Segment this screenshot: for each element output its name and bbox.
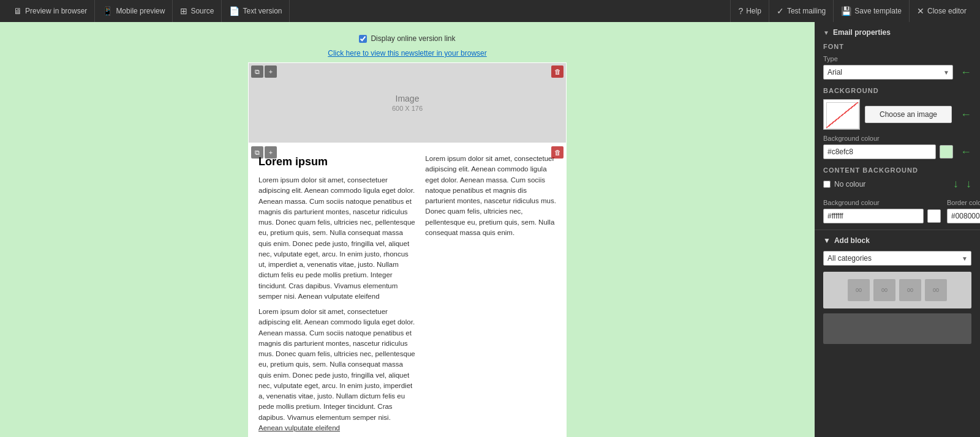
email-body: ⧉ + 🗑 Image 600 X 176 ⧉ + 🗑 Lorem bbox=[248, 62, 567, 437]
newsletter-link-container: Click here to view this newsletter in yo… bbox=[328, 49, 486, 58]
email-properties-section: ▼ Email properties FONT Type Arial Georg… bbox=[815, 22, 980, 230]
bg-preview-line bbox=[826, 102, 858, 128]
add-block-title: Add block bbox=[834, 236, 870, 245]
content-bg-colour-col: Background colour bbox=[823, 194, 941, 223]
image-block-copy-btn[interactable]: ⧉ bbox=[251, 65, 263, 78]
font-section: FONT Type Arial Georgia Verdana ▼ ← bbox=[823, 43, 971, 80]
add-block-collapse-icon: ▼ bbox=[823, 236, 831, 245]
test-mailing-label: Test mailing bbox=[787, 7, 826, 15]
content-bg-down-arrow1: ↓ bbox=[953, 177, 959, 190]
save-icon: 💾 bbox=[841, 6, 851, 16]
preview-box-2: 00 bbox=[873, 279, 895, 301]
block-preview-area: 00 00 00 00 bbox=[823, 272, 971, 344]
mobile-icon: 📱 bbox=[102, 6, 113, 16]
mobile-preview-button[interactable]: 📱 Mobile preview bbox=[95, 0, 173, 22]
bg-colour-swatch[interactable] bbox=[940, 145, 953, 159]
font-arrow-indicator: ← bbox=[960, 66, 971, 79]
preview-box-3: 00 bbox=[899, 279, 921, 301]
text-left-link[interactable]: Aenean vulputate eleifend bbox=[258, 424, 340, 431]
preview-browser-label: Preview in browser bbox=[25, 7, 87, 15]
no-colour-row: No colour ↓ ↓ bbox=[823, 177, 971, 190]
content-bg-down-arrow2: ↓ bbox=[966, 177, 971, 190]
text-col-left: Lorem ipsum Lorem ipsum dolor sit amet, … bbox=[258, 154, 415, 437]
background-section-title: BACKGROUND bbox=[823, 87, 971, 94]
content-bg-title: CONTENT BACKGROUND bbox=[823, 166, 971, 174]
image-block-move-btn[interactable]: + bbox=[265, 65, 277, 78]
text-block-content: Lorem ipsum Lorem ipsum dolor sit amet, … bbox=[249, 144, 566, 437]
source-icon: ⊞ bbox=[180, 6, 187, 16]
text-col-right: Lorem ipsum dolor sit amet, consectetuer… bbox=[425, 154, 556, 437]
border-colour-input[interactable] bbox=[947, 209, 980, 223]
text-block: ⧉ + 🗑 Lorem ipsum Lorem ipsum dolor sit … bbox=[248, 143, 567, 437]
bg-image-arrow-indicator: ← bbox=[960, 108, 971, 121]
online-version-bar: Display online version link bbox=[0, 28, 815, 49]
text-version-icon: 📄 bbox=[229, 6, 239, 16]
bg-colour-label: Background colour bbox=[823, 135, 971, 142]
email-properties-header: ▼ Email properties bbox=[823, 28, 971, 37]
border-colour-col: Border colour bbox=[947, 194, 980, 223]
help-label: Help bbox=[746, 7, 761, 15]
block-preview-strip-2[interactable] bbox=[823, 313, 971, 344]
display-online-checkbox[interactable] bbox=[359, 35, 367, 43]
display-online-label: Display online version link bbox=[371, 34, 455, 43]
preview-box-4: 00 bbox=[925, 279, 947, 301]
text-block-controls: ⧉ + bbox=[251, 146, 277, 159]
toolbar-right: ? Help ✓ Test mailing 💾 Save template ✕ … bbox=[730, 0, 974, 22]
no-colour-checkbox[interactable] bbox=[823, 181, 831, 188]
content-bg-section: CONTENT BACKGROUND No colour ↓ ↓ Backgro… bbox=[823, 166, 971, 223]
block-preview-strip-1[interactable]: 00 00 00 00 bbox=[823, 272, 971, 308]
bg-image-area: Choose an image ← bbox=[823, 99, 971, 130]
border-colour-input-row bbox=[947, 209, 980, 223]
test-mailing-button[interactable]: ✓ Test mailing bbox=[769, 0, 833, 22]
image-block-delete-btn[interactable]: 🗑 bbox=[551, 65, 564, 78]
help-icon: ? bbox=[738, 6, 743, 16]
font-section-title: FONT bbox=[823, 43, 971, 50]
text-block-move-btn[interactable]: + bbox=[265, 146, 277, 159]
background-section: BACKGROUND Choose an image ← Background … bbox=[823, 87, 971, 159]
no-colour-label: No colour bbox=[834, 180, 865, 189]
mobile-preview-label: Mobile preview bbox=[116, 7, 165, 15]
text-block-copy-btn[interactable]: ⧉ bbox=[251, 146, 263, 159]
toolbar: 🖥 Preview in browser 📱 Mobile preview ⊞ … bbox=[0, 0, 980, 22]
bg-image-preview bbox=[823, 99, 860, 130]
content-bg-colour-input-row bbox=[823, 209, 941, 223]
toolbar-left: 🖥 Preview in browser 📱 Mobile preview ⊞ … bbox=[6, 0, 290, 22]
bg-colour-input[interactable] bbox=[823, 144, 936, 159]
canvas-area[interactable]: Display online version link Click here t… bbox=[0, 22, 815, 437]
content-bg-colours-row: Background colour Border colour bbox=[823, 194, 971, 223]
content-bg-colour-input[interactable] bbox=[823, 209, 924, 223]
categories-select-wrapper: All categories Text Image Button Divider… bbox=[823, 251, 971, 266]
add-block-header: ▼ Add block bbox=[823, 236, 971, 245]
image-block: ⧉ + 🗑 Image 600 X 176 bbox=[248, 62, 567, 143]
content-bg-colour-swatch[interactable] bbox=[927, 209, 941, 223]
close-editor-label: Close editor bbox=[927, 7, 967, 15]
close-editor-button[interactable]: ✕ Close editor bbox=[909, 0, 974, 22]
bg-colour-arrow-indicator: ← bbox=[960, 146, 971, 159]
right-panel: ▼ Email properties FONT Type Arial Georg… bbox=[815, 22, 980, 437]
text-block-delete-btn[interactable]: 🗑 bbox=[551, 146, 564, 159]
image-size: 600 X 176 bbox=[392, 105, 423, 112]
preview-browser-button[interactable]: 🖥 Preview in browser bbox=[6, 0, 95, 22]
source-label: Source bbox=[190, 7, 214, 15]
image-block-controls: ⧉ + bbox=[251, 65, 277, 78]
text-right-para: Lorem ipsum dolor sit amet, consectetuer… bbox=[425, 154, 556, 238]
save-template-label: Save template bbox=[854, 7, 902, 15]
font-type-select[interactable]: Arial Georgia Verdana bbox=[823, 65, 953, 80]
help-button[interactable]: ? Help bbox=[730, 0, 768, 22]
source-button[interactable]: ⊞ Source bbox=[173, 0, 222, 22]
collapse-icon: ▼ bbox=[823, 29, 829, 36]
choose-image-button[interactable]: Choose an image bbox=[865, 106, 952, 123]
image-label: Image bbox=[396, 94, 420, 103]
image-block-content: Image 600 X 176 bbox=[249, 63, 566, 143]
main-layout: Display online version link Click here t… bbox=[0, 22, 980, 437]
font-type-label: Type bbox=[823, 55, 971, 62]
text-version-button[interactable]: 📄 Text version bbox=[222, 0, 290, 22]
close-icon: ✕ bbox=[917, 6, 924, 16]
text-left-para1: Lorem ipsum dolor sit amet, consectetuer… bbox=[258, 175, 415, 302]
newsletter-link[interactable]: Click here to view this newsletter in yo… bbox=[328, 49, 486, 58]
save-template-button[interactable]: 💾 Save template bbox=[833, 0, 909, 22]
preview-box-1: 00 bbox=[848, 279, 870, 301]
text-heading: Lorem ipsum bbox=[258, 154, 415, 170]
email-properties-title: Email properties bbox=[833, 28, 891, 37]
categories-select[interactable]: All categories Text Image Button Divider bbox=[823, 251, 971, 266]
